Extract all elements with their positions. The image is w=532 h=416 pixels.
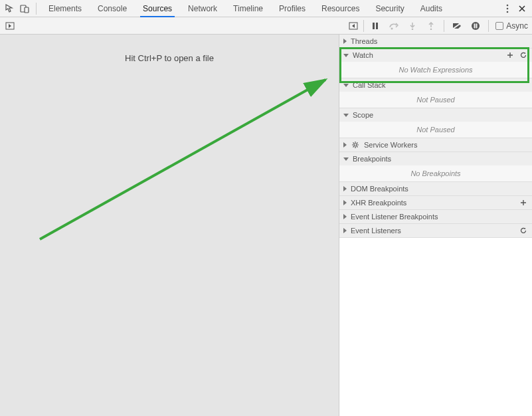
chevron-down-icon xyxy=(343,54,349,57)
step-out-icon[interactable] xyxy=(425,20,437,32)
tab-label: Console xyxy=(98,4,127,13)
svg-rect-13 xyxy=(474,23,476,28)
panel-title: Event Listener Breakpoints xyxy=(351,213,528,221)
deactivate-breakpoints-icon[interactable] xyxy=(451,20,463,32)
svg-rect-8 xyxy=(376,23,378,29)
chevron-right-icon xyxy=(343,214,347,219)
tab-profiles[interactable]: Profiles xyxy=(272,0,312,17)
panel-xhr-breakpoints: XHR Breakpoints xyxy=(339,196,532,210)
separator xyxy=(36,3,37,15)
chevron-right-icon xyxy=(343,228,347,233)
sources-toolbar: Async xyxy=(0,17,532,35)
tab-console[interactable]: Console xyxy=(91,0,133,17)
tab-sources[interactable]: Sources xyxy=(136,0,179,17)
panel-header-callstack[interactable]: Call Stack xyxy=(339,78,532,92)
async-toggle[interactable]: Async xyxy=(495,21,528,31)
panel-title: Watch xyxy=(353,51,501,59)
panel-breakpoints: Breakpoints No Breakpoints xyxy=(339,152,532,182)
inspect-icon[interactable] xyxy=(4,3,16,15)
panel-header-dom-breakpoints[interactable]: DOM Breakpoints xyxy=(339,182,532,195)
show-debugger-icon[interactable] xyxy=(347,20,359,32)
tab-label: Security xyxy=(375,4,404,13)
panel-title: Threads xyxy=(351,37,528,45)
show-navigator-icon[interactable] xyxy=(4,20,16,32)
separator xyxy=(444,20,444,32)
step-into-icon[interactable] xyxy=(406,20,418,32)
svg-point-4 xyxy=(507,11,509,13)
panel-title: Scope xyxy=(353,111,528,119)
panel-title: Call Stack xyxy=(353,81,528,89)
watch-empty: No Watch Expressions xyxy=(339,62,532,78)
svg-point-2 xyxy=(507,4,509,6)
panel-title: XHR Breakpoints xyxy=(351,199,515,207)
panel-threads: Threads xyxy=(339,35,532,49)
svg-point-3 xyxy=(507,7,509,9)
svg-point-9 xyxy=(391,27,393,29)
tab-label: Timeline xyxy=(233,4,263,13)
close-icon[interactable] xyxy=(516,3,528,15)
chevron-right-icon xyxy=(343,142,347,148)
kebab-menu-icon[interactable] xyxy=(501,3,513,15)
panel-dom-breakpoints: DOM Breakpoints xyxy=(339,182,532,196)
panel-service-workers: Service Workers xyxy=(339,138,532,152)
add-xhr-breakpoint-icon[interactable] xyxy=(519,198,528,207)
callstack-empty: Not Paused xyxy=(339,92,532,108)
editor-area[interactable]: Hit Ctrl+P to open a file xyxy=(0,35,339,416)
panel-header-event-listeners[interactable]: Event Listeners xyxy=(339,224,532,237)
tab-timeline[interactable]: Timeline xyxy=(226,0,270,17)
svg-rect-14 xyxy=(476,23,478,28)
panel-header-scope[interactable]: Scope xyxy=(339,108,532,122)
chevron-down-icon xyxy=(343,114,349,117)
tab-label: Audits xyxy=(420,4,442,13)
panel-event-listeners: Event Listeners xyxy=(339,224,532,238)
pause-on-exceptions-icon[interactable] xyxy=(470,20,482,32)
panel-header-watch[interactable]: Watch xyxy=(339,49,532,62)
add-watch-icon[interactable] xyxy=(505,51,515,60)
panel-title: Breakpoints xyxy=(353,155,528,163)
sources-main: Hit Ctrl+P to open a file Threads Watch … xyxy=(0,35,532,416)
svg-point-10 xyxy=(412,28,414,29)
tab-network[interactable]: Network xyxy=(181,0,224,17)
async-label: Async xyxy=(506,21,528,31)
panel-header-service-workers[interactable]: Service Workers xyxy=(339,138,532,152)
panel-event-listener-breakpoints: Event Listener Breakpoints xyxy=(339,210,532,224)
scope-empty: Not Paused xyxy=(339,122,532,138)
tab-label: Elements xyxy=(48,4,82,13)
pause-icon[interactable] xyxy=(369,20,381,32)
tab-audits[interactable]: Audits xyxy=(414,0,449,17)
chevron-right-icon xyxy=(343,186,347,191)
refresh-watch-icon[interactable] xyxy=(519,51,528,60)
tab-security[interactable]: Security xyxy=(369,0,410,17)
svg-rect-7 xyxy=(373,23,375,29)
chevron-down-icon xyxy=(343,157,349,161)
svg-rect-1 xyxy=(25,7,29,13)
tab-label: Resources xyxy=(321,4,359,13)
panel-header-breakpoints[interactable]: Breakpoints xyxy=(339,152,532,165)
panel-watch: Watch No Watch Expressions xyxy=(339,49,532,78)
panel-title: DOM Breakpoints xyxy=(351,185,528,193)
debugger-sidebar: Threads Watch No Watch Expressions Call … xyxy=(339,35,532,416)
refresh-event-listeners-icon[interactable] xyxy=(519,226,528,235)
panel-title: Service Workers xyxy=(364,141,528,149)
editor-hint: Hit Ctrl+P to open a file xyxy=(0,53,339,63)
gear-icon xyxy=(351,140,360,150)
panel-header-event-listener-breakpoints[interactable]: Event Listener Breakpoints xyxy=(339,210,532,223)
panel-header-threads[interactable]: Threads xyxy=(339,35,532,48)
tab-label: Sources xyxy=(143,4,172,13)
step-over-icon[interactable] xyxy=(388,20,400,32)
tab-label: Network xyxy=(188,4,217,13)
svg-point-11 xyxy=(430,28,432,29)
panel-header-xhr-breakpoints[interactable]: XHR Breakpoints xyxy=(339,196,532,209)
panel-scope: Scope Not Paused xyxy=(339,108,532,138)
device-toggle-icon[interactable] xyxy=(19,3,31,15)
tab-label: Profiles xyxy=(279,4,306,13)
chevron-down-icon xyxy=(343,84,349,87)
devtools-tabstrip: Elements Console Sources Network Timelin… xyxy=(0,0,532,17)
tab-resources[interactable]: Resources xyxy=(315,0,366,17)
breakpoints-empty: No Breakpoints xyxy=(339,165,532,181)
separator xyxy=(488,20,489,32)
tab-elements[interactable]: Elements xyxy=(42,0,88,17)
chevron-right-icon xyxy=(343,39,347,44)
panel-title: Event Listeners xyxy=(351,227,515,235)
svg-point-15 xyxy=(354,144,357,146)
